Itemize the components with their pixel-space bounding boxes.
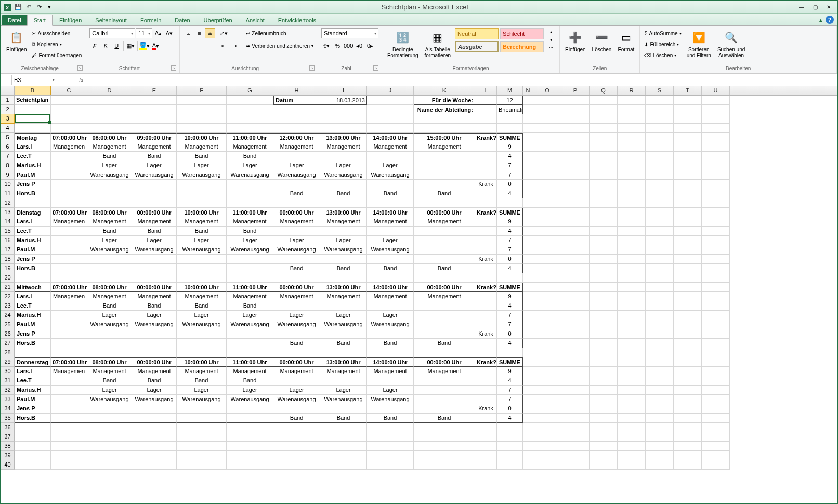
cell-K20[interactable]: [414, 273, 475, 283]
cell-C22[interactable]: Managemen: [51, 292, 87, 301]
cell-C38[interactable]: [51, 442, 87, 451]
cell-J4[interactable]: [367, 124, 414, 133]
cell-C13[interactable]: 07:00:00 Uhr: [51, 208, 87, 217]
cell-B22[interactable]: Lars.I: [15, 292, 51, 301]
cell-K40[interactable]: [414, 460, 475, 470]
cell-R38[interactable]: [618, 442, 646, 451]
number-dialog-launcher[interactable]: ↘: [373, 65, 378, 71]
cell-O33[interactable]: [533, 395, 561, 404]
cell-M6[interactable]: 9: [497, 142, 523, 152]
cell-C25[interactable]: [51, 320, 87, 329]
cell-T5[interactable]: [674, 133, 702, 142]
cell-U14[interactable]: [702, 217, 730, 227]
cell-R22[interactable]: [618, 292, 646, 301]
cell-N4[interactable]: [523, 124, 533, 133]
cell-M36[interactable]: [497, 423, 523, 432]
cell-L11[interactable]: [475, 189, 497, 198]
cell-I15[interactable]: [320, 227, 367, 236]
cell-I24[interactable]: Lager: [320, 311, 367, 320]
name-box[interactable]: B3: [11, 75, 57, 85]
cell-G29[interactable]: 11:00:00 Uhr: [227, 357, 273, 367]
cell-E7[interactable]: Band: [132, 152, 177, 161]
cell-S3[interactable]: [646, 114, 674, 124]
cell-P1[interactable]: [561, 96, 590, 105]
cell-I14[interactable]: Management: [320, 217, 367, 227]
cell-K28[interactable]: [414, 348, 475, 357]
column-header-C[interactable]: C: [51, 86, 87, 95]
cell-Q33[interactable]: [590, 395, 618, 404]
cell-O1[interactable]: [533, 96, 561, 105]
cell-F11[interactable]: [177, 189, 227, 198]
cell-U33[interactable]: [702, 395, 730, 404]
row-header-34[interactable]: 34: [1, 404, 15, 414]
cell-E3[interactable]: [132, 114, 177, 124]
cell-O22[interactable]: [533, 292, 561, 301]
cell-O38[interactable]: [533, 442, 561, 451]
column-header-P[interactable]: P: [561, 86, 590, 95]
cell-J39[interactable]: [367, 451, 414, 460]
styles-scroll-up[interactable]: ▴: [546, 28, 556, 35]
cell-N9[interactable]: [523, 170, 533, 180]
qat-more-icon[interactable]: ▾: [45, 3, 54, 12]
cell-C39[interactable]: [51, 451, 87, 460]
cell-K15[interactable]: [414, 227, 475, 236]
cell-Q24[interactable]: [590, 311, 618, 320]
cell-L33[interactable]: [475, 395, 497, 404]
cell-O32[interactable]: [533, 386, 561, 395]
cell-R26[interactable]: [618, 329, 646, 339]
row-header-14[interactable]: 14: [1, 217, 15, 227]
cell-J28[interactable]: [367, 348, 414, 357]
cell-D35[interactable]: [87, 414, 132, 423]
cell-T21[interactable]: [674, 283, 702, 292]
cell-I6[interactable]: Management: [320, 142, 367, 152]
decrease-decimal-button[interactable]: 0▸: [365, 41, 375, 51]
cell-P39[interactable]: [561, 451, 590, 460]
cell-F18[interactable]: [177, 255, 227, 264]
cell-J19[interactable]: Band: [367, 264, 414, 273]
cell-G25[interactable]: Warenausgang: [227, 320, 273, 329]
cell-S36[interactable]: [646, 423, 674, 432]
orientation-button[interactable]: ⤢▾: [218, 28, 229, 38]
cell-R5[interactable]: [618, 133, 646, 142]
cell-P34[interactable]: [561, 404, 590, 414]
cell-C15[interactable]: [51, 227, 87, 236]
cell-F25[interactable]: Warenausgang: [177, 320, 227, 329]
cell-E9[interactable]: Warenausgang: [132, 170, 177, 180]
cell-H5[interactable]: 12:00:00 Uhr: [273, 133, 320, 142]
cell-N18[interactable]: [523, 255, 533, 264]
cell-C21[interactable]: 07:00:00 Uhr: [51, 283, 87, 292]
cell-Q12[interactable]: [590, 198, 618, 208]
cell-F6[interactable]: Management: [177, 142, 227, 152]
cell-K12[interactable]: [414, 198, 475, 208]
cell-H14[interactable]: Management: [273, 217, 320, 227]
cell-H11[interactable]: Band: [273, 189, 320, 198]
cell-F7[interactable]: Band: [177, 152, 227, 161]
cell-N31[interactable]: [523, 376, 533, 386]
cell-G30[interactable]: Management: [227, 367, 273, 376]
cell-D1[interactable]: [87, 96, 132, 105]
style-berechnung[interactable]: Berechnung: [500, 41, 544, 52]
cell-M12[interactable]: [497, 198, 523, 208]
cell-C40[interactable]: [51, 460, 87, 470]
cell-M31[interactable]: 4: [497, 376, 523, 386]
cell-F16[interactable]: Lager: [177, 236, 227, 245]
column-header-I[interactable]: I: [320, 86, 367, 95]
cell-U32[interactable]: [702, 386, 730, 395]
cell-U26[interactable]: [702, 329, 730, 339]
cell-G14[interactable]: Management: [227, 217, 273, 227]
cell-B39[interactable]: [15, 451, 51, 460]
cell-T22[interactable]: [674, 292, 702, 301]
cell-S32[interactable]: [646, 386, 674, 395]
row-header-29[interactable]: 29: [1, 357, 15, 367]
cell-H6[interactable]: Management: [273, 142, 320, 152]
cell-L37[interactable]: [475, 432, 497, 442]
cell-O20[interactable]: [533, 273, 561, 283]
cell-E23[interactable]: Band: [132, 301, 177, 311]
cell-P7[interactable]: [561, 152, 590, 161]
row-header-20[interactable]: 20: [1, 273, 15, 283]
cell-E20[interactable]: [132, 273, 177, 283]
cell-R31[interactable]: [618, 376, 646, 386]
cell-S17[interactable]: [646, 245, 674, 255]
cell-S23[interactable]: [646, 301, 674, 311]
cell-F1[interactable]: [177, 96, 227, 105]
